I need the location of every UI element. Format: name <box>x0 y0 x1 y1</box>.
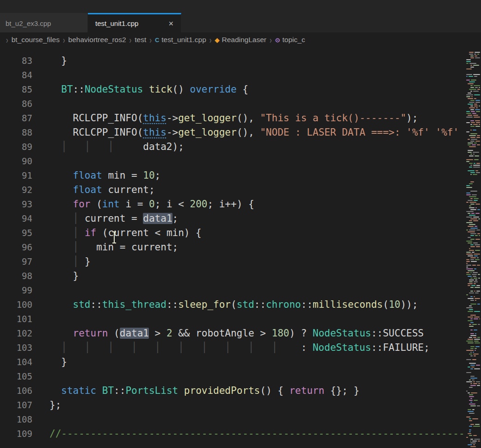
line-number: 105 <box>0 369 32 384</box>
line-content <box>32 283 49 298</box>
code-line-107[interactable]: 107}; <box>0 398 465 412</box>
tab-test_unit1.cpp[interactable]: test_unit1.cpp× <box>88 13 181 32</box>
code-line-85[interactable]: 85 BT::NodeStatus tick() override { <box>0 82 465 97</box>
line-number: 93 <box>0 197 32 212</box>
code-line-108[interactable]: 108 <box>0 412 465 427</box>
code-line-106[interactable]: 106 static BT::PortsList providedPorts()… <box>0 384 465 398</box>
line-content: RCLCPP_INFO(this->get_logger(), "NODE : … <box>32 125 465 140</box>
code-line-84[interactable]: 84 <box>0 68 465 82</box>
breadcrumb-item-test_unit1.cpp[interactable]: Ctest_unit1.cpp <box>155 36 206 44</box>
line-number: 108 <box>0 412 32 427</box>
line-content: │ min = current; <box>32 240 178 255</box>
chevron-right-icon: › <box>270 35 272 45</box>
line-number: 91 <box>0 168 32 183</box>
code-line-87[interactable]: 87 RCLCPP_INFO(this->get_logger(), "This… <box>0 111 465 125</box>
vscode-window: bt_u2_ex3.cpptest_unit1.cpp× ›bt_course_… <box>0 0 481 448</box>
code-line-98[interactable]: 98 } <box>0 269 465 283</box>
line-number: 88 <box>0 125 32 140</box>
code-line-90[interactable]: 90 <box>0 154 465 168</box>
code-line-89[interactable]: 89 │ │ │ data2); <box>0 140 465 154</box>
line-number: 99 <box>0 283 32 298</box>
line-content: BT::NodeStatus tick() override { <box>32 82 248 97</box>
line-number: 104 <box>0 355 32 369</box>
tab-label: test_unit1.cpp <box>95 19 138 27</box>
chevron-right-icon: › <box>63 35 65 45</box>
line-content: //--------------------------------------… <box>32 427 465 441</box>
code-line-95[interactable]: 95 │ if (current < min) { <box>0 226 465 240</box>
line-content <box>32 68 49 82</box>
line-number: 94 <box>0 212 32 226</box>
line-content: │ if (current < min) { <box>32 226 202 240</box>
line-content <box>32 154 49 168</box>
symbol-field-icon: ⊙ <box>275 37 280 43</box>
line-content: } <box>32 355 67 369</box>
line-content: std::this_thread::sleep_for(std::chrono:… <box>32 298 418 312</box>
code-line-109[interactable]: 109//-----------------------------------… <box>0 427 465 441</box>
code-line-83[interactable]: 83 } <box>0 54 465 68</box>
tab-bt_u2_ex3.cpp[interactable]: bt_u2_ex3.cpp <box>0 13 88 32</box>
chevron-right-icon: › <box>130 35 132 45</box>
line-number: 90 <box>0 154 32 168</box>
code-line-102[interactable]: 102 return (data1 > 2 && robotAngle > 18… <box>0 326 465 341</box>
line-content: return (data1 > 2 && robotAngle > 180) ?… <box>32 326 424 341</box>
breadcrumb-label: test_unit1.cpp <box>161 36 206 44</box>
breadcrumb-label: test <box>135 36 146 44</box>
breadcrumb-label: bt_course_files <box>12 36 60 44</box>
close-tab-icon[interactable]: × <box>168 19 173 28</box>
line-content: │ │ │ │ │ │ │ │ │ │ : NodeStatus::FAILUR… <box>32 341 430 355</box>
line-number: 89 <box>0 140 32 154</box>
line-number: 85 <box>0 82 32 97</box>
line-content <box>32 97 49 111</box>
line-number: 98 <box>0 269 32 283</box>
line-content: }; <box>32 398 61 412</box>
line-number: 84 <box>0 68 32 82</box>
line-content: } <box>32 54 67 68</box>
line-number: 102 <box>0 326 32 341</box>
breadcrumb-item-bt_course_files[interactable]: bt_course_files <box>12 36 60 44</box>
breadcrumb: ›bt_course_files›behaviortree_ros2›test›… <box>0 32 481 47</box>
line-number: 83 <box>0 54 32 68</box>
line-number: 106 <box>0 384 32 398</box>
breadcrumb-item-topic_c[interactable]: ⊙topic_c <box>275 36 305 44</box>
line-number: 86 <box>0 97 32 111</box>
line-number: 92 <box>0 183 32 197</box>
code-line-99[interactable]: 99 <box>0 283 465 298</box>
code-line-93[interactable]: 93 for (int i = 0; i < 200; i++) { <box>0 197 465 212</box>
line-number: 97 <box>0 255 32 269</box>
code-line-91[interactable]: 91 float min = 10; <box>0 168 465 183</box>
chevron-right-icon: › <box>149 35 152 45</box>
code-line-94[interactable]: 94 │ current = data1; <box>0 212 465 226</box>
code-line-100[interactable]: 100 std::this_thread::sleep_for(std::chr… <box>0 298 465 312</box>
code-area[interactable]: 83 }8485 BT::NodeStatus tick() override … <box>0 47 465 448</box>
code-line-105[interactable]: 105 <box>0 369 465 384</box>
line-content: } <box>32 269 79 283</box>
code-line-97[interactable]: 97 │ } <box>0 255 465 269</box>
line-number: 101 <box>0 312 32 326</box>
tab-label: bt_u2_ex3.cpp <box>6 19 51 27</box>
code-line-101[interactable]: 101 <box>0 312 465 326</box>
code-editor[interactable]: 83 }8485 BT::NodeStatus tick() override … <box>0 47 481 448</box>
chevron-right-icon: › <box>6 35 8 45</box>
line-content: static BT::PortsList providedPorts() { r… <box>32 384 359 398</box>
line-content: for (int i = 0; i < 200; i++) { <box>32 197 254 212</box>
mouse-cursor-ibeam <box>114 232 115 243</box>
line-content: │ │ │ data2); <box>32 140 184 154</box>
breadcrumb-item-ReadingLaser[interactable]: ◆ReadingLaser <box>215 36 266 44</box>
line-content <box>32 412 49 427</box>
breadcrumb-item-behaviortree_ros2[interactable]: behaviortree_ros2 <box>68 36 126 44</box>
breadcrumb-item-test[interactable]: test <box>135 36 146 44</box>
minimap[interactable] <box>465 47 481 448</box>
code-line-92[interactable]: 92 float current; <box>0 183 465 197</box>
code-line-86[interactable]: 86 <box>0 97 465 111</box>
code-line-88[interactable]: 88 RCLCPP_INFO(this->get_logger(), "NODE… <box>0 125 465 140</box>
breadcrumb-label: topic_c <box>283 36 305 44</box>
symbol-class-icon: ◆ <box>215 37 219 43</box>
line-number: 100 <box>0 298 32 312</box>
line-content <box>32 312 49 326</box>
line-content: float min = 10; <box>32 168 160 183</box>
line-content: │ current = data1; <box>32 212 178 226</box>
line-number: 103 <box>0 341 32 355</box>
code-line-96[interactable]: 96 │ min = current; <box>0 240 465 255</box>
code-line-103[interactable]: 103 │ │ │ │ │ │ │ │ │ │ : NodeStatus::FA… <box>0 341 465 355</box>
code-line-104[interactable]: 104 } <box>0 355 465 369</box>
